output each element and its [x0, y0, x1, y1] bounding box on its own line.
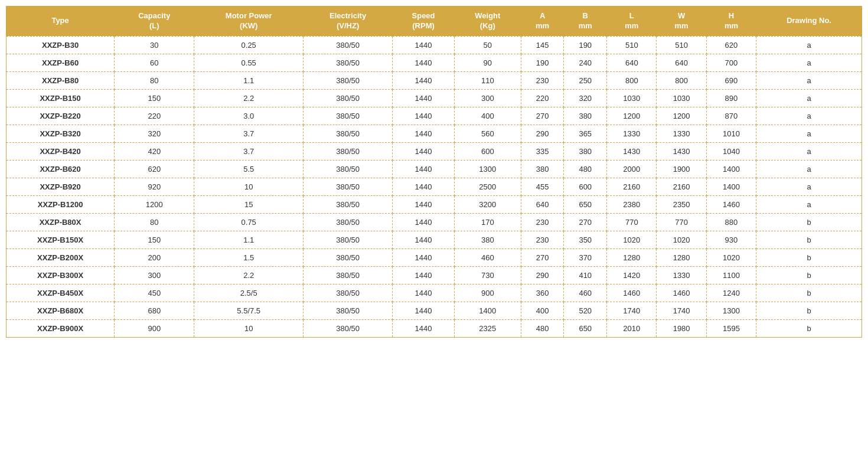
cell-drawing_no: a	[756, 107, 862, 125]
header-row: TypeCapacity(L)Motor Power(KW)Electricit…	[6, 6, 862, 37]
cell-w_mm: 1430	[657, 142, 706, 160]
table-row: XXZP-B80X800.75380/501440170230270770770…	[6, 213, 862, 231]
cell-a_mm: 455	[521, 178, 564, 195]
cell-w_mm: 1030	[657, 89, 706, 107]
cell-drawing_no: a	[756, 178, 862, 195]
cell-capacity: 300	[115, 266, 194, 284]
cell-h_mm: 690	[706, 71, 756, 89]
table-row: XXZP-B3203203.7380/501440560290365133013…	[6, 125, 862, 142]
cell-weight: 1400	[454, 302, 521, 319]
cell-type: XXZP-B920	[6, 178, 115, 195]
cell-motor_power: 3.7	[194, 125, 304, 142]
cell-speed: 1440	[393, 266, 455, 284]
cell-weight: 300	[454, 89, 521, 107]
cell-b_mm: 190	[564, 36, 607, 54]
cell-a_mm: 360	[521, 284, 564, 302]
cell-drawing_no: a	[756, 142, 862, 160]
cell-weight: 900	[454, 284, 521, 302]
cell-capacity: 1200	[115, 195, 194, 213]
cell-b_mm: 250	[564, 71, 607, 89]
cell-motor_power: 0.55	[194, 54, 304, 71]
cell-l_mm: 1280	[607, 248, 657, 266]
header-type: Type	[6, 6, 115, 37]
cell-l_mm: 640	[607, 54, 657, 71]
cell-drawing_no: b	[756, 284, 862, 302]
cell-weight: 2500	[454, 178, 521, 195]
cell-speed: 1440	[393, 284, 455, 302]
cell-h_mm: 870	[706, 107, 756, 125]
cell-weight: 730	[454, 266, 521, 284]
header-motor_power: Motor Power(KW)	[194, 6, 304, 37]
cell-speed: 1440	[393, 319, 455, 337]
cell-speed: 1440	[393, 54, 455, 71]
cell-motor_power: 10	[194, 178, 304, 195]
cell-electricity: 380/50	[304, 248, 393, 266]
cell-speed: 1440	[393, 248, 455, 266]
cell-motor_power: 0.75	[194, 213, 304, 231]
cell-w_mm: 1740	[657, 302, 706, 319]
cell-speed: 1440	[393, 178, 455, 195]
cell-w_mm: 2160	[657, 178, 706, 195]
cell-electricity: 380/50	[304, 178, 393, 195]
cell-electricity: 380/50	[304, 213, 393, 231]
cell-motor_power: 1.1	[194, 71, 304, 89]
cell-b_mm: 365	[564, 125, 607, 142]
cell-type: XXZP-B60	[6, 54, 115, 71]
cell-h_mm: 1100	[706, 266, 756, 284]
cell-drawing_no: a	[756, 89, 862, 107]
cell-l_mm: 1200	[607, 107, 657, 125]
header-a_mm: Amm	[521, 6, 564, 37]
cell-weight: 460	[454, 248, 521, 266]
cell-speed: 1440	[393, 142, 455, 160]
cell-b_mm: 370	[564, 248, 607, 266]
cell-electricity: 380/50	[304, 302, 393, 319]
cell-speed: 1440	[393, 195, 455, 213]
cell-capacity: 80	[115, 213, 194, 231]
table-row: XXZP-B1200120015380/50144032006406502380…	[6, 195, 862, 213]
cell-motor_power: 1.1	[194, 231, 304, 248]
cell-weight: 110	[454, 71, 521, 89]
cell-a_mm: 335	[521, 142, 564, 160]
cell-w_mm: 1280	[657, 248, 706, 266]
cell-motor_power: 0.25	[194, 36, 304, 54]
cell-electricity: 380/50	[304, 142, 393, 160]
cell-b_mm: 320	[564, 89, 607, 107]
cell-motor_power: 1.5	[194, 248, 304, 266]
cell-l_mm: 2380	[607, 195, 657, 213]
cell-speed: 1440	[393, 125, 455, 142]
cell-electricity: 380/50	[304, 195, 393, 213]
cell-electricity: 380/50	[304, 284, 393, 302]
cell-capacity: 420	[115, 142, 194, 160]
cell-h_mm: 1010	[706, 125, 756, 142]
cell-speed: 1440	[393, 89, 455, 107]
cell-b_mm: 380	[564, 107, 607, 125]
cell-drawing_no: a	[756, 36, 862, 54]
table-row: XXZP-B60600.55380/5014409019024064064070…	[6, 54, 862, 71]
cell-type: XXZP-B300X	[6, 266, 115, 284]
cell-a_mm: 230	[521, 71, 564, 89]
cell-drawing_no: b	[756, 231, 862, 248]
cell-electricity: 380/50	[304, 125, 393, 142]
cell-a_mm: 270	[521, 107, 564, 125]
cell-w_mm: 510	[657, 36, 706, 54]
cell-w_mm: 1330	[657, 125, 706, 142]
cell-weight: 170	[454, 213, 521, 231]
table-row: XXZP-B92092010380/5014402500455600216021…	[6, 178, 862, 195]
cell-a_mm: 230	[521, 213, 564, 231]
cell-a_mm: 190	[521, 54, 564, 71]
cell-type: XXZP-B200X	[6, 248, 115, 266]
cell-electricity: 380/50	[304, 89, 393, 107]
cell-type: XXZP-B150X	[6, 231, 115, 248]
cell-electricity: 380/50	[304, 160, 393, 178]
cell-l_mm: 2010	[607, 319, 657, 337]
cell-a_mm: 230	[521, 231, 564, 248]
cell-h_mm: 1300	[706, 302, 756, 319]
cell-weight: 2325	[454, 319, 521, 337]
cell-l_mm: 1420	[607, 266, 657, 284]
table-row: XXZP-B80801.1380/50144011023025080080069…	[6, 71, 862, 89]
cell-capacity: 200	[115, 248, 194, 266]
cell-b_mm: 520	[564, 302, 607, 319]
cell-speed: 1440	[393, 71, 455, 89]
cell-capacity: 900	[115, 319, 194, 337]
table-row: XXZP-B2202203.0380/501440400270380120012…	[6, 107, 862, 125]
